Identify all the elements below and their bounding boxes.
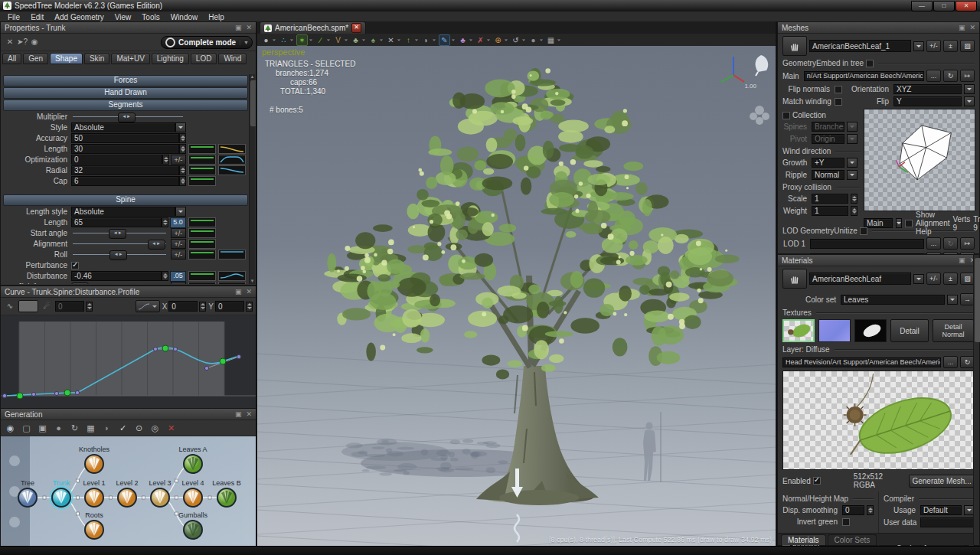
pin-icon[interactable]: ◎ [149,423,161,434]
curve-steps-icon[interactable]: ∿ [4,301,16,312]
lod1-reload-icon[interactable]: ↻ [943,237,958,250]
export-icon[interactable]: ↦ [960,70,975,82]
tab-close-icon[interactable]: ✕ [351,23,361,33]
cut-tool-icon[interactable]: ✕ [385,34,402,45]
generation-node-level-1[interactable]: Level 1 [83,479,105,507]
grab-material-button[interactable] [782,269,807,289]
minimize-button[interactable]: — [911,1,933,11]
mesh-copy-icon[interactable]: ▨ [960,40,975,52]
grab-mesh-button[interactable] [782,36,807,56]
lod1-export-icon[interactable]: ↦ [960,237,975,250]
slider-handle[interactable]: ◄► [118,113,136,122]
flip-normals-checkbox[interactable] [835,86,842,93]
show-alignment-checkbox[interactable] [905,220,913,227]
invert-green-checkbox[interactable] [842,518,850,526]
delete-tool-icon[interactable]: ✕ [4,37,16,47]
material-selector[interactable]: AmericanBeechLeaf [809,273,911,285]
flip-select[interactable]: Y [893,96,962,106]
detail-texture-button[interactable]: Detail [890,319,929,342]
curve-layers-icon[interactable]: ☄ [41,301,53,312]
curve-preset-button[interactable] [136,300,160,312]
generation-node-graph[interactable]: TreeTrunkKnotholesLevel 1RootsLevel 2Lev… [1,436,256,546]
enabled-checkbox[interactable] [813,477,821,485]
alpha-texture-thumb[interactable] [854,319,887,342]
branch-tool-icon[interactable]: V [332,34,349,45]
menu-add-geometry[interactable]: Add Geometry [49,13,109,21]
mesh-selector[interactable]: AmericanBeechLeaf_1 [809,40,911,52]
menu-file[interactable]: File [2,13,25,21]
menu-help[interactable]: Help [203,13,230,21]
tab-wind[interactable]: Wind [218,53,247,64]
normal-texture-thumb[interactable] [818,319,851,342]
section-forces[interactable]: Forces [3,75,248,87]
check-icon[interactable]: ✓ [117,423,129,434]
plus-minus-button[interactable]: +/- [171,250,186,260]
dock-tool-icon-3[interactable] [9,517,20,527]
dock-tool-icon-1[interactable] [9,455,20,466]
curve-editor-plot[interactable] [1,315,256,408]
mesh-preview[interactable] [864,109,975,211]
input-cap[interactable]: 6 [71,176,179,186]
menu-window[interactable]: Window [165,13,204,21]
curve-thumbnail-flat[interactable] [188,155,216,165]
tab-materials[interactable]: Materials [781,534,826,545]
float-panel-icon[interactable]: ▣ [959,24,965,31]
target-tool-icon[interactable]: ⊕ [492,34,509,45]
mask-tool-icon[interactable]: ◗ [420,34,437,45]
generation-node-roots[interactable]: Roots [85,511,103,539]
close-panel-icon[interactable]: ✕ [969,24,975,31]
visibility-icon[interactable]: ◉ [28,37,41,47]
float-panel-icon[interactable]: ▣ [235,288,242,295]
curve-control-point[interactable] [64,390,70,396]
marquee-add-icon[interactable]: ▣ [37,423,48,434]
pick-help-icon[interactable]: ➤? [16,37,28,47]
generate-mesh-button[interactable]: Generate Mesh... [909,475,975,488]
proxy-weight-input[interactable]: 1 [812,206,848,216]
undo-rotate-icon[interactable]: ↺ [510,34,527,45]
curve-thumbnail-flat[interactable] [188,228,216,238]
input-length[interactable]: 30 [71,144,179,154]
diffuse-preview[interactable] [782,371,975,470]
spinner[interactable] [179,165,186,175]
slider-handle[interactable]: ◄► [148,240,165,250]
spinner[interactable] [162,271,168,281]
slider-roll[interactable]: ◄► [71,250,169,260]
collection-checkbox[interactable] [782,112,790,119]
curve-control-point[interactable] [162,345,168,351]
curve-thumbnail-flat[interactable] [188,239,216,249]
dropdown-arrow[interactable] [175,207,186,217]
sphere-icon[interactable]: ● [53,423,64,434]
eye-icon[interactable]: ◗ [101,423,113,434]
tab-color-sets[interactable]: Color Sets [828,534,877,545]
pine-tool-icon[interactable]: ♠ [368,34,384,45]
detail-normal-texture-button[interactable]: Detail Normal [933,319,974,342]
select-style[interactable]: Absolute [71,122,175,132]
reload-icon[interactable]: ↻ [943,70,958,82]
lod1-browse-button[interactable]: ... [926,237,941,250]
document-tab[interactable]: AmericanBeech.spm* ✕ [260,21,366,34]
generation-node-level-3[interactable]: Level 3 [149,479,171,507]
curve-thumbnail-flat[interactable] [188,282,216,284]
loop-icon[interactable]: ↻ [69,423,80,434]
spinner[interactable] [162,155,169,165]
materials-scrollbar[interactable] [973,255,979,545]
material-add-button[interactable]: ± [943,273,958,285]
user-data-input[interactable] [920,517,975,527]
node-edit-icon[interactable]: ∴ [278,34,295,45]
slider-handle[interactable]: ◄► [109,250,127,260]
diffuse-browse-button[interactable]: ... [943,356,958,368]
curve-thumbnail-flat[interactable] [188,250,216,260]
mesh-add-button[interactable]: ± [943,40,958,52]
tab-skin[interactable]: Skin [84,53,109,64]
spines-select[interactable]: Branches [812,122,844,132]
spinner[interactable] [179,133,186,143]
viewport-3d[interactable]: perspective TRIANGLES - SELECTED branche… [257,46,776,546]
camera-mode-label[interactable]: perspective [262,47,305,57]
curve-thumbnail-bump[interactable] [218,155,246,165]
mode-dropdown-arrow[interactable]: ▼ [240,40,249,45]
plus-minus-button[interactable]: +/- [171,282,186,284]
hand-draw-icon[interactable]: ✎ [438,34,456,45]
spinner[interactable] [179,144,186,154]
section-hand-drawn[interactable]: Hand Drawn [3,87,248,99]
dice-icon[interactable]: ▦ [85,423,96,434]
